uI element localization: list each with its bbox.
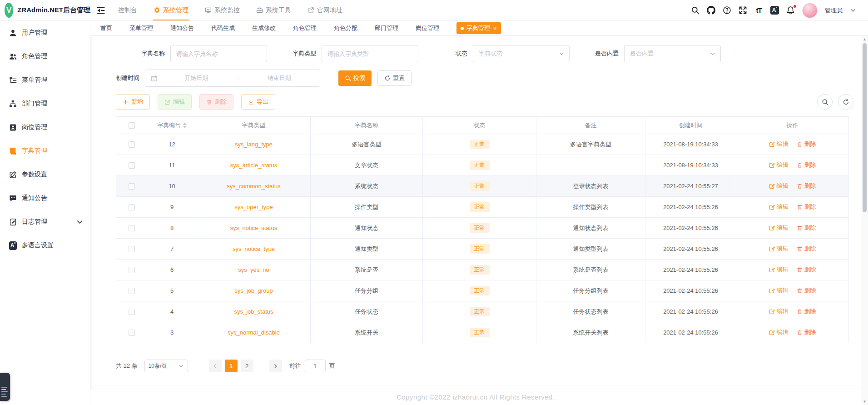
prev-page-button[interactable] xyxy=(209,360,222,372)
row-delete-button[interactable]: 删除 xyxy=(797,328,816,336)
sidebar-item-角色管理[interactable]: 角色管理 xyxy=(0,45,90,68)
user-avatar[interactable] xyxy=(802,3,818,18)
scroll-up-arrow-icon[interactable]: ▲ xyxy=(861,37,868,41)
tab-close-icon[interactable]: × xyxy=(493,25,497,31)
refresh-list-button[interactable] xyxy=(838,94,853,110)
row-edit-button[interactable]: 编辑 xyxy=(769,161,789,169)
sort-desc-icon[interactable] xyxy=(183,126,187,128)
next-page-button[interactable] xyxy=(269,360,282,372)
row-delete-button[interactable]: 删除 xyxy=(797,265,816,274)
nav-item-官网地址[interactable]: 官网地址 xyxy=(308,0,342,20)
row-edit-button[interactable]: 编辑 xyxy=(769,224,789,232)
nav-item-控制台[interactable]: 控制台 xyxy=(118,0,137,20)
sort-asc-icon[interactable] xyxy=(183,123,187,125)
row-checkbox[interactable] xyxy=(129,225,135,231)
row-edit-button[interactable]: 编辑 xyxy=(769,307,789,315)
created-date-range-picker[interactable]: 开始日期 - 结束日期 xyxy=(145,70,320,87)
row-edit-button[interactable]: 编辑 xyxy=(769,265,789,274)
row-edit-button[interactable]: 编辑 xyxy=(769,328,789,336)
row-edit-button[interactable]: 编辑 xyxy=(769,203,789,211)
search-button[interactable]: 搜索 xyxy=(338,70,372,86)
row-edit-button[interactable]: 编辑 xyxy=(769,286,789,295)
sidebar-item-岗位管理[interactable]: 岗位管理 xyxy=(0,115,90,139)
bell-button[interactable] xyxy=(786,6,795,15)
sidebar-item-部门管理[interactable]: 部门管理 xyxy=(0,92,90,115)
add-button[interactable]: 新增 xyxy=(116,94,150,110)
row-edit-button[interactable]: 编辑 xyxy=(769,140,789,148)
row-checkbox[interactable] xyxy=(129,204,135,210)
tab-生成修改[interactable]: 生成修改 xyxy=(252,24,276,32)
brand[interactable]: V ZRAdmin.NET后台管理 xyxy=(0,0,90,20)
delete-button[interactable]: 删除 xyxy=(199,94,233,110)
sidebar-item-多语言设置[interactable]: Aˣ多语言设置 xyxy=(0,234,90,257)
tab-角色分配[interactable]: 角色分配 xyxy=(334,24,357,32)
nav-item-系统工具[interactable]: 系统工具 xyxy=(256,0,291,20)
sort-carets-icon[interactable] xyxy=(183,123,187,128)
row-checkbox[interactable] xyxy=(129,309,135,315)
nav-item-系统管理[interactable]: 系统管理 xyxy=(154,0,188,20)
tab-代码生成[interactable]: 代码生成 xyxy=(211,24,235,32)
help-button[interactable] xyxy=(723,6,731,15)
tab-部门管理[interactable]: 部门管理 xyxy=(375,24,398,32)
row-delete-button[interactable]: 删除 xyxy=(797,307,816,315)
tab-字典管理[interactable]: 字典管理× xyxy=(456,22,501,34)
row-delete-button[interactable]: 删除 xyxy=(797,203,816,211)
dict-type-link[interactable]: sys_common_status xyxy=(227,183,281,190)
collapse-sidebar-icon[interactable] xyxy=(96,6,105,15)
row-checkbox[interactable] xyxy=(129,246,135,252)
vertical-scrollbar[interactable]: ▲ ▼ xyxy=(861,36,868,405)
dict-type-link[interactable]: sys_job_status xyxy=(234,308,273,315)
row-delete-button[interactable]: 删除 xyxy=(797,182,816,190)
select-all-checkbox[interactable] xyxy=(129,122,135,129)
export-button[interactable]: 导出 xyxy=(241,94,275,110)
tab-首页[interactable]: 首页 xyxy=(100,24,112,32)
nav-item-系统监控[interactable]: 系统监控 xyxy=(205,0,240,20)
row-checkbox[interactable] xyxy=(129,183,135,190)
dict-type-link[interactable]: sys_lang_type xyxy=(235,141,273,148)
select-all-column-header[interactable] xyxy=(116,117,147,134)
row-checkbox[interactable] xyxy=(129,267,135,273)
fullscreen-button[interactable] xyxy=(739,6,747,15)
tab-通知公告[interactable]: 通知公告 xyxy=(170,24,194,32)
sidebar-item-菜单管理[interactable]: 菜单管理 xyxy=(0,68,90,92)
toggle-search-button[interactable] xyxy=(817,94,833,110)
tab-菜单管理[interactable]: 菜单管理 xyxy=(129,24,153,32)
row-delete-button[interactable]: 删除 xyxy=(797,161,816,169)
goto-page-input[interactable] xyxy=(305,360,326,372)
reset-button[interactable]: 重置 xyxy=(377,70,412,86)
page-size-select[interactable]: 10条/页 xyxy=(144,360,188,372)
page-button-1[interactable]: 1 xyxy=(225,360,238,372)
dict-type-link[interactable]: sys_yes_no xyxy=(238,266,269,273)
builtin-select[interactable]: 是否内置 xyxy=(624,45,721,62)
row-edit-button[interactable]: 编辑 xyxy=(769,245,789,253)
status-select[interactable]: 字典状态 xyxy=(473,45,570,62)
dict-type-input[interactable] xyxy=(322,45,418,62)
scroll-down-arrow-icon[interactable]: ▼ xyxy=(861,400,868,404)
dict-type-link[interactable]: sys_job_group xyxy=(234,287,273,294)
dict-type-link[interactable]: sys_notice_status xyxy=(230,225,277,231)
row-delete-button[interactable]: 删除 xyxy=(797,140,816,148)
font-size-button[interactable]: tT xyxy=(754,6,763,15)
translate-button[interactable]: Aˣ xyxy=(770,6,779,15)
row-checkbox[interactable] xyxy=(129,162,135,169)
column-header-字典编号[interactable]: 字典编号 xyxy=(147,117,197,134)
sidebar-item-日志管理[interactable]: 日志管理 xyxy=(0,210,90,234)
dict-name-input[interactable] xyxy=(170,45,267,62)
search-button[interactable] xyxy=(691,6,699,15)
minimized-window-sliver[interactable] xyxy=(0,373,10,401)
chevron-down-icon[interactable] xyxy=(850,7,856,14)
scrollbar-thumb[interactable] xyxy=(863,43,867,212)
row-delete-button[interactable]: 删除 xyxy=(797,224,816,232)
row-checkbox[interactable] xyxy=(129,141,135,148)
github-button[interactable] xyxy=(707,6,715,15)
sidebar-item-用户管理[interactable]: 用户管理 xyxy=(0,21,90,45)
dict-type-link[interactable]: sys_normal_disable xyxy=(228,329,280,336)
dict-type-link[interactable]: sys_oper_type xyxy=(234,204,273,210)
page-button-2[interactable]: 2 xyxy=(241,360,253,372)
row-delete-button[interactable]: 删除 xyxy=(797,245,816,253)
sidebar-item-通知公告[interactable]: 通知公告 xyxy=(0,186,90,210)
dict-type-link[interactable]: sys_article_status xyxy=(230,162,277,169)
sidebar-item-参数设置[interactable]: 参数设置 xyxy=(0,163,90,186)
sidebar-item-字典管理[interactable]: 字典管理 xyxy=(0,139,90,163)
tab-岗位管理[interactable]: 岗位管理 xyxy=(416,24,439,32)
